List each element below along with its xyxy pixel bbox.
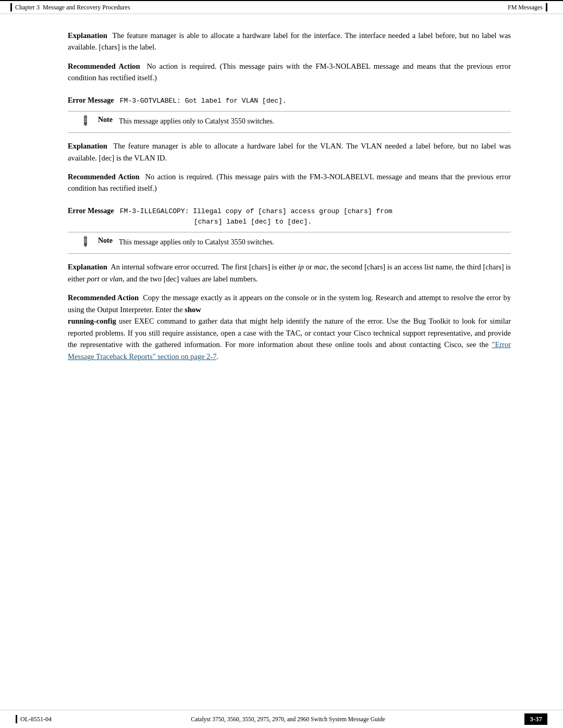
action3-running-config: running-config bbox=[68, 317, 116, 325]
svg-rect-0 bbox=[84, 116, 87, 125]
error1-code: FM-3-GOTVLABEL: Got label for VLAN [dec]… bbox=[116, 97, 287, 105]
action3-show: show bbox=[185, 305, 201, 314]
explanation2-text: The feature manager is able to allocate … bbox=[68, 142, 511, 162]
section-label: FM Messages bbox=[508, 4, 543, 11]
footer-center: Catalyst 3750, 3560, 3550, 2975, 2970, a… bbox=[191, 716, 385, 722]
error-message-1: Error Message FM-3-GOTVLABEL: Got label … bbox=[68, 95, 511, 106]
explanation2-label: Explanation bbox=[68, 142, 107, 150]
pencil-icon-2 bbox=[78, 236, 93, 250]
block2-action: Recommended Action No action is required… bbox=[68, 171, 511, 194]
page-number: 3-37 bbox=[524, 713, 547, 725]
footer-doc-id: OL-8551-04 bbox=[20, 715, 52, 723]
pencil-icon bbox=[78, 115, 93, 129]
note-icon-1 bbox=[78, 115, 93, 129]
explanation3-label: Explanation bbox=[68, 263, 107, 271]
note1-label: Note bbox=[98, 115, 115, 124]
explanation3-end: , and the two [dec] values are label num… bbox=[123, 275, 258, 283]
error2-code: FM-3-ILLEGALCOPY: Illegal copy of [chars… bbox=[68, 207, 393, 226]
explanation3-port: port bbox=[87, 275, 100, 283]
explanation1-label: Explanation bbox=[68, 31, 107, 40]
chapter-label: Chapter 3 bbox=[15, 4, 40, 11]
svg-rect-8 bbox=[84, 236, 87, 238]
note1-text: This message applies only to Catalyst 35… bbox=[119, 115, 274, 127]
explanation3-vlan: vlan bbox=[109, 275, 123, 283]
explanation3-ip: ip bbox=[298, 263, 304, 271]
footer-right: 3-37 bbox=[524, 713, 547, 725]
header-bar-left bbox=[10, 3, 12, 11]
block1-explanation: Explanation The feature manager is able … bbox=[68, 30, 511, 53]
explanation3-or2: or bbox=[100, 275, 109, 283]
action1-label: Recommended Action bbox=[68, 62, 140, 70]
block1-action: Recommended Action No action is required… bbox=[68, 60, 511, 84]
footer-left: OL-8551-04 bbox=[16, 715, 52, 723]
note-box-1: Note This message applies only to Cataly… bbox=[68, 111, 511, 133]
action3-text-end: . bbox=[216, 352, 218, 361]
note2-label: Note bbox=[98, 236, 115, 245]
error2-label: Error Message bbox=[68, 207, 114, 215]
note2-text: This message applies only to Catalyst 35… bbox=[119, 236, 274, 248]
action2-label: Recommended Action bbox=[68, 172, 140, 181]
svg-marker-7 bbox=[84, 245, 87, 247]
svg-marker-1 bbox=[84, 125, 87, 126]
header-bar-right bbox=[546, 3, 547, 11]
footer-center-text: Catalyst 3750, 3560, 3550, 2975, 2970, a… bbox=[191, 716, 385, 722]
explanation3-or: or bbox=[304, 263, 314, 271]
svg-rect-6 bbox=[84, 237, 87, 245]
chapter-title: Message and Recovery Procedures bbox=[43, 4, 130, 11]
block2-explanation: Explanation The feature manager is able … bbox=[68, 140, 511, 164]
block3-explanation: Explanation An internal software error o… bbox=[68, 261, 511, 285]
error1-label: Error Message bbox=[68, 96, 114, 104]
header-right: FM Messages bbox=[508, 3, 547, 11]
page-header: Chapter 3 Message and Recovery Procedure… bbox=[0, 0, 563, 14]
explanation3-text-pre: An internal software error occurred. The… bbox=[109, 263, 298, 271]
explanation3-mac: mac bbox=[314, 263, 326, 271]
action3-text-mid: user EXEC command to gather data that mi… bbox=[68, 317, 511, 349]
note-box-2: Note This message applies only to Cataly… bbox=[68, 232, 511, 254]
note-icon-2 bbox=[78, 236, 93, 250]
action3-label: Recommended Action bbox=[68, 293, 139, 302]
page-footer: OL-8551-04 Catalyst 3750, 3560, 3550, 29… bbox=[0, 710, 563, 728]
block3-action: Recommended Action Copy the message exac… bbox=[68, 292, 511, 362]
header-left: Chapter 3 Message and Recovery Procedure… bbox=[10, 3, 130, 11]
error-message-2: Error Message FM-3-ILLEGALCOPY: Illegal … bbox=[68, 206, 511, 227]
main-content: Explanation The feature manager is able … bbox=[0, 14, 563, 390]
svg-rect-2 bbox=[84, 115, 87, 117]
footer-bar bbox=[16, 715, 17, 723]
explanation1-text: The feature manager is able to allocate … bbox=[68, 31, 511, 51]
